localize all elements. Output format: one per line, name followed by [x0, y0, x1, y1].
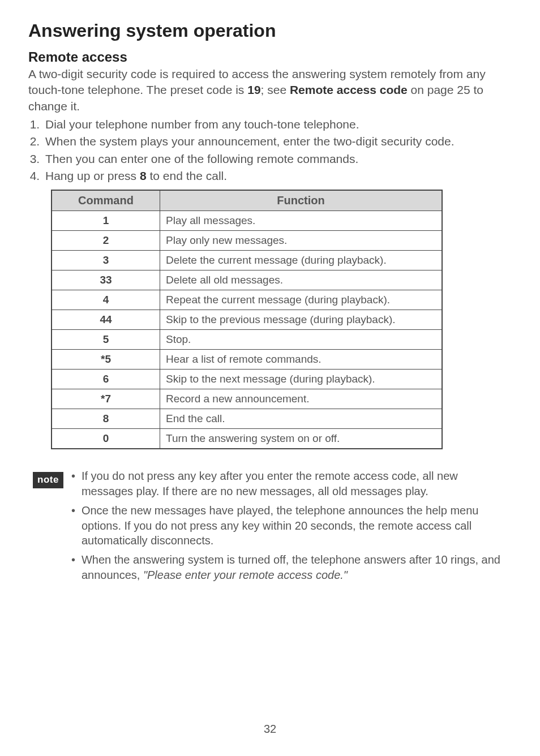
table-row: 8End the call.	[52, 409, 442, 429]
step-4-key: 8	[140, 169, 147, 182]
step-1: Dial your telephone number from any touc…	[43, 117, 512, 132]
cmd-cell: 1	[52, 211, 160, 231]
step-4-text-b: to end the call.	[147, 169, 227, 182]
table-row: 6Skip to the next message (during playba…	[52, 370, 442, 389]
table-row: *5Hear a list of remote commands.	[52, 350, 442, 370]
note-list: If you do not press any key after you en…	[71, 469, 512, 587]
col-header-function: Function	[160, 190, 443, 211]
cmd-cell: 6	[52, 370, 160, 389]
cmd-cell: 2	[52, 231, 160, 251]
section-subtitle: Remote access	[28, 49, 512, 65]
fn-cell: Stop.	[160, 330, 443, 350]
table-row: 4Repeat the current message (during play…	[52, 290, 442, 310]
steps-list: Dial your telephone number from any touc…	[28, 117, 512, 184]
table-row: 44Skip to the previous message (during p…	[52, 310, 442, 330]
cmd-cell: *7	[52, 389, 160, 409]
table-row: *7Record a new announcement.	[52, 389, 442, 409]
step-4: Hang up or press 8 to end the call.	[43, 168, 512, 184]
table-row: 2Play only new messages.	[52, 231, 442, 251]
fn-cell: Turn the answering system on or off.	[160, 429, 443, 449]
fn-cell: End the call.	[160, 409, 443, 429]
intro-ref: Remote access code	[290, 83, 408, 96]
table-row: 5Stop.	[52, 330, 442, 350]
commands-table: Command Function 1Play all messages. 2Pl…	[51, 190, 443, 449]
note-3-quote: "Please enter your remote access code."	[143, 569, 348, 581]
note-label: note	[33, 472, 63, 488]
fn-cell: Record a new announcement.	[160, 389, 443, 409]
step-3: Then you can enter one of the following …	[43, 151, 512, 167]
note-block: note If you do not press any key after y…	[28, 469, 512, 587]
cmd-cell: 0	[52, 429, 160, 449]
cmd-cell: 8	[52, 409, 160, 429]
page-title: Answering system operation	[28, 20, 512, 41]
cmd-cell: *5	[52, 350, 160, 370]
table-row: 33Delete all old messages.	[52, 270, 442, 290]
table-row: 1Play all messages.	[52, 211, 442, 231]
cmd-cell: 4	[52, 290, 160, 310]
fn-cell: Skip to the next message (during playbac…	[160, 370, 443, 389]
intro-preset-code: 19	[247, 83, 260, 96]
cmd-cell: 33	[52, 270, 160, 290]
fn-cell: Skip to the previous message (during pla…	[160, 310, 443, 330]
col-header-command: Command	[52, 190, 160, 211]
cmd-cell: 44	[52, 310, 160, 330]
step-4-text-a: Hang up or press	[45, 169, 140, 182]
fn-cell: Repeat the current message (during playb…	[160, 290, 443, 310]
note-item-1: If you do not press any key after you en…	[71, 469, 512, 499]
table-row: 3Delete the current message (during play…	[52, 251, 442, 270]
fn-cell: Play all messages.	[160, 211, 443, 231]
fn-cell: Play only new messages.	[160, 231, 443, 251]
page-number: 32	[0, 723, 540, 736]
step-2: When the system plays your announcement,…	[43, 134, 512, 149]
fn-cell: Hear a list of remote commands.	[160, 350, 443, 370]
fn-cell: Delete all old messages.	[160, 270, 443, 290]
note-item-3: When the answering system is turned off,…	[71, 552, 512, 582]
fn-cell: Delete the current message (during playb…	[160, 251, 443, 270]
intro-text-2: ; see	[261, 83, 290, 96]
cmd-cell: 3	[52, 251, 160, 270]
table-row: 0Turn the answering system on or off.	[52, 429, 442, 449]
intro-paragraph: A two-digit security code is required to…	[28, 66, 512, 114]
note-item-2: Once the new messages have played, the t…	[71, 503, 512, 548]
cmd-cell: 5	[52, 330, 160, 350]
